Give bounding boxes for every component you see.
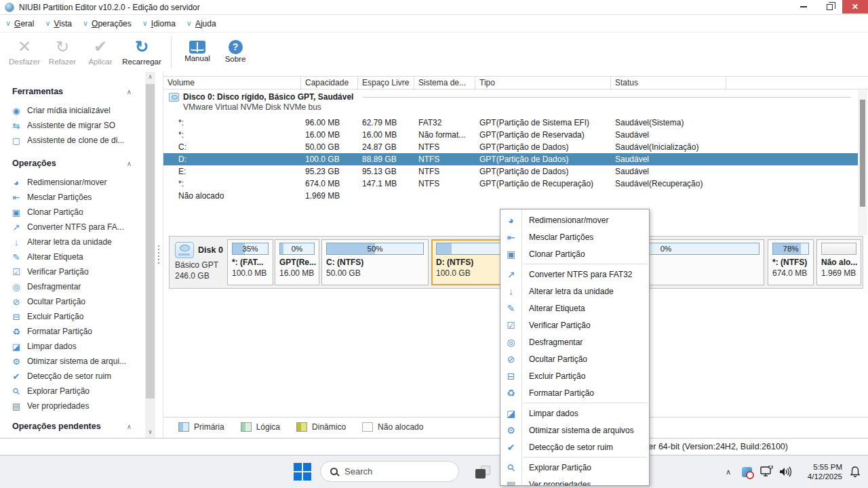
column-free[interactable]: Espaço Livre: [358, 77, 414, 90]
sidebar-item-convert[interactable]: ↗Converter NTFS para FA...: [0, 220, 145, 235]
menu-idioma[interactable]: ∨Idioma: [142, 19, 176, 28]
scroll-up-icon[interactable]: ∧: [145, 72, 155, 81]
redo-button[interactable]: ↻Refazer: [43, 33, 81, 72]
menu-item-convert[interactable]: ↗Converter NTFS para FAT32: [500, 266, 649, 283]
sidebar-item-wipe[interactable]: ◪Limpar dados: [0, 339, 145, 354]
menu-geral[interactable]: ∨Geral: [5, 19, 34, 28]
menu-item-merge[interactable]: ⇤Mesclar Partições: [500, 228, 649, 245]
format-icon: ♻: [500, 388, 521, 399]
table-row[interactable]: C:50.00 GB24.87 GBNTFSGPT(Partição de Da…: [163, 141, 858, 153]
taskbar: Search ∧ 5:55 PM 4/12/2025: [0, 455, 868, 488]
manual-button[interactable]: Manual: [178, 33, 216, 72]
sidebar-item-explore[interactable]: ⚲Explorar Partição: [0, 384, 145, 399]
menu-item-check[interactable]: ☑Verificar Partição: [500, 317, 649, 333]
scroll-down-icon[interactable]: ∨: [145, 427, 155, 436]
menu-item-optimize[interactable]: ⚙Otimizar sistema de arquivos: [500, 422, 649, 439]
column-type[interactable]: Tipo: [475, 77, 611, 90]
volume-rows: *:96.00 MB62.79 MBFAT32GPT(Partição de S…: [163, 117, 858, 202]
sidebar-item-check[interactable]: ☑Verificar Partição: [0, 264, 145, 279]
partition-block-efi[interactable]: 35% *: (FAT...100.0 MB: [227, 239, 273, 285]
properties-icon: ▤: [11, 401, 22, 411]
table-row[interactable]: E:95.23 GB95.13 GBNTFSGPT(Partição de Da…: [163, 165, 858, 178]
convert-icon: ↗: [500, 269, 521, 280]
disk-group-title: Disco 0: Disco rígido, Básico GPT, Saudá…: [183, 92, 353, 102]
sidebar-item-hide[interactable]: ⊘Ocultar Partição: [0, 294, 145, 309]
vmware-tray-icon[interactable]: [739, 455, 754, 488]
sidebar-scrollbar-thumb[interactable]: [146, 84, 155, 399]
legend-primary: Primária: [178, 422, 224, 432]
sidebar-item-clone-partition[interactable]: ▣Clonar Partição: [0, 205, 145, 220]
menu-item-delete[interactable]: ⊟Excluir Partição: [500, 367, 649, 384]
sidebar-item-bad-sector[interactable]: ✔Detecção de setor ruim: [0, 369, 145, 384]
table-row[interactable]: *:16.00 MB16.00 MBNão format...GPT(Parti…: [163, 129, 858, 141]
clone-partition-icon: ▣: [11, 207, 22, 218]
undo-button[interactable]: ✕Desfazer: [5, 33, 43, 72]
table-scrollbar[interactable]: [858, 90, 867, 235]
sidebar-scrollbar[interactable]: ∧ ∨: [145, 72, 155, 438]
task-view-icon[interactable]: [475, 466, 490, 479]
sidebar-item-delete[interactable]: ⊟Excluir Partição: [0, 309, 145, 324]
disk-group-header[interactable]: Disco 0: Disco rígido, Básico GPT, Saudá…: [163, 92, 858, 112]
clock[interactable]: 5:55 PM 4/12/2025: [795, 455, 844, 488]
sidebar-section-pending[interactable]: Operações pendentes∧: [0, 420, 145, 432]
menu-item-resize-move[interactable]: ◕Redimensionar/mover: [500, 211, 649, 228]
menu-item-bad-sector[interactable]: ✔Detecção de setor ruim: [500, 439, 649, 455]
disk-info-block[interactable]: Disk 0 Básico GPT 246.0 GB: [172, 239, 226, 285]
menu-ajuda[interactable]: ∨Ajuda: [186, 19, 216, 28]
menu-item-clone-partition[interactable]: ▣Clonar Partição: [500, 245, 649, 262]
menu-item-wipe[interactable]: ◪Limpar dados: [500, 405, 649, 422]
table-row-selected[interactable]: D:100.0 GB88.89 GBNTFSGPT(Partição de Da…: [163, 153, 858, 165]
apply-button[interactable]: ✔Aplicar: [81, 33, 119, 72]
minimize-button[interactable]: [791, 0, 816, 14]
table-row[interactable]: *:96.00 MB62.79 MBFAT32GPT(Partição de S…: [163, 117, 858, 129]
partition-block-reserved[interactable]: 0% GPT(Re...16.00 MB: [275, 239, 319, 285]
sidebar-item-defrag[interactable]: ◎Desfragmentar: [0, 279, 145, 294]
column-status[interactable]: Status: [611, 77, 726, 90]
about-button[interactable]: ?Sobre: [216, 33, 254, 72]
sidebar-item-resize-move[interactable]: ◕Redimensionar/mover: [0, 175, 145, 190]
table-scrollbar-thumb[interactable]: [860, 100, 865, 207]
tray-date: 4/12/2025: [808, 472, 842, 481]
search-input[interactable]: Search: [320, 461, 459, 482]
menu-item-properties[interactable]: ▤Ver propriedades: [500, 476, 649, 486]
partition-block-recovery[interactable]: 78% *: (NTFS)674.0 MB: [768, 239, 814, 285]
menu-operacoes[interactable]: ∨Operações: [83, 19, 132, 28]
sidebar-item-bootable-media[interactable]: ◉Criar mídia inicializável: [0, 103, 145, 118]
menu-item-explore[interactable]: ⚲Explorar Partição: [500, 459, 649, 476]
table-row[interactable]: Não alocado1.969 MB: [163, 190, 858, 202]
restore-button[interactable]: [816, 0, 842, 14]
network-icon[interactable]: [758, 455, 776, 488]
column-filesystem[interactable]: Sistema de...: [414, 77, 475, 90]
menu-item-format[interactable]: ♻Formatar Partição: [500, 384, 649, 401]
menu-vista[interactable]: ∨Vista: [45, 19, 72, 28]
sidebar-item-drive-letter[interactable]: ↓Alterar letra da unidade: [0, 235, 145, 249]
sidebar-section-operations[interactable]: Operações∧: [0, 157, 145, 169]
column-volume[interactable]: Volume: [163, 77, 301, 90]
sidebar-item-format[interactable]: ♻Formatar Partição: [0, 324, 145, 339]
column-capacity[interactable]: Capacidade: [301, 77, 358, 90]
tray-chevron-up-icon[interactable]: ∧: [720, 455, 736, 488]
menu-item-hide[interactable]: ⊘Ocultar Partição: [500, 350, 649, 367]
toolbar-separator: [171, 37, 172, 68]
reload-button[interactable]: ↻Recarregar: [119, 33, 164, 72]
volume-icon[interactable]: [777, 455, 795, 488]
menu-item-label[interactable]: ✎Alterar Etiqueta: [500, 300, 649, 317]
app-icon: [5, 3, 14, 12]
bad-sector-icon: ✔: [500, 442, 521, 453]
sidebar-item-merge[interactable]: ⇤Mesclar Partições: [0, 190, 145, 205]
start-button[interactable]: [294, 463, 311, 481]
sidebar-section-tools[interactable]: Ferramentas∧: [0, 85, 145, 98]
close-button[interactable]: ✕: [842, 0, 868, 14]
sidebar-item-optimize[interactable]: ⚙Otimizar sistema de arqui...: [0, 354, 145, 369]
table-row[interactable]: *:674.0 MB147.1 MBNTFSGPT(Partição de Re…: [163, 178, 858, 190]
partition-block-c[interactable]: 50% C: (NTFS)50.00 GB: [321, 239, 429, 285]
panel-splitter[interactable]: [155, 72, 163, 438]
sidebar-item-properties[interactable]: ▤Ver propriedades: [0, 399, 145, 413]
menu-item-drive-letter[interactable]: ↓Alterar letra da unidade: [500, 283, 649, 300]
sidebar-item-migrate-os[interactable]: ⇆Assistente de migrar SO: [0, 118, 145, 133]
partition-block-unallocated[interactable]: Não alo...1.969 MB: [816, 239, 861, 285]
sidebar-item-clone-disk[interactable]: ▢Assistente de clone de di...: [0, 133, 145, 148]
menu-item-defrag[interactable]: ◎Desfragmentar: [500, 333, 649, 350]
sidebar-item-label[interactable]: ✎Alterar Etiqueta: [0, 249, 145, 264]
notification-bell-icon[interactable]: [845, 455, 865, 488]
